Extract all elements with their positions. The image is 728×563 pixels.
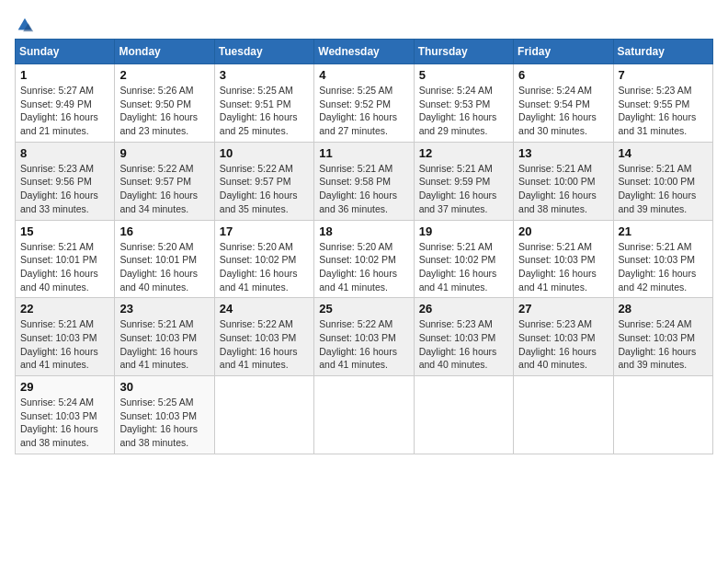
day-header-sunday: Sunday	[16, 40, 115, 64]
day-number: 4	[319, 68, 408, 82]
day-info: Sunrise: 5:25 AMSunset: 9:52 PMDaylight:…	[319, 84, 408, 138]
calendar-cell: 12Sunrise: 5:21 AMSunset: 9:59 PMDayligh…	[414, 142, 513, 220]
day-header-friday: Friday	[514, 40, 613, 64]
calendar-cell: 30Sunrise: 5:25 AMSunset: 10:03 PMDaylig…	[115, 376, 214, 454]
day-header-saturday: Saturday	[613, 40, 712, 64]
calendar-cell: 13Sunrise: 5:21 AMSunset: 10:00 PMDaylig…	[514, 142, 613, 220]
day-info: Sunrise: 5:25 AMSunset: 10:03 PMDaylight…	[119, 396, 209, 450]
calendar-cell	[214, 376, 313, 454]
day-header-thursday: Thursday	[414, 40, 513, 64]
calendar-cell: 16Sunrise: 5:20 AMSunset: 10:01 PMDaylig…	[115, 220, 214, 298]
day-number: 1	[20, 68, 109, 82]
calendar-cell: 22Sunrise: 5:21 AMSunset: 10:03 PMDaylig…	[16, 298, 115, 376]
calendar-cell: 8Sunrise: 5:23 AMSunset: 9:56 PMDaylight…	[16, 142, 115, 220]
calendar-cell: 17Sunrise: 5:20 AMSunset: 10:02 PMDaylig…	[214, 220, 313, 298]
day-number: 10	[220, 146, 309, 160]
day-info: Sunrise: 5:23 AMSunset: 9:56 PMDaylight:…	[20, 162, 109, 216]
day-info: Sunrise: 5:24 AMSunset: 9:54 PMDaylight:…	[518, 84, 608, 138]
day-number: 13	[518, 146, 608, 160]
day-number: 11	[319, 146, 408, 160]
day-number: 21	[619, 224, 708, 238]
day-info: Sunrise: 5:25 AMSunset: 9:51 PMDaylight:…	[220, 84, 309, 138]
day-info: Sunrise: 5:21 AMSunset: 10:03 PMDaylight…	[20, 317, 109, 372]
day-info: Sunrise: 5:21 AMSunset: 10:01 PMDaylight…	[20, 240, 109, 294]
day-number: 23	[119, 302, 209, 316]
day-number: 28	[619, 302, 708, 316]
calendar: SundayMondayTuesdayWednesdayThursdayFrid…	[15, 39, 713, 454]
day-number: 24	[220, 302, 309, 316]
day-number: 6	[518, 68, 608, 82]
day-info: Sunrise: 5:27 AMSunset: 9:49 PMDaylight:…	[20, 84, 109, 138]
day-info: Sunrise: 5:21 AMSunset: 10:03 PMDaylight…	[518, 240, 608, 294]
day-number: 2	[119, 68, 209, 82]
day-info: Sunrise: 5:24 AMSunset: 9:53 PMDaylight:…	[419, 84, 508, 138]
calendar-cell: 3Sunrise: 5:25 AMSunset: 9:51 PMDaylight…	[214, 64, 313, 143]
day-info: Sunrise: 5:21 AMSunset: 10:00 PMDaylight…	[619, 162, 708, 216]
calendar-cell: 25Sunrise: 5:22 AMSunset: 10:03 PMDaylig…	[314, 298, 414, 376]
calendar-cell: 11Sunrise: 5:21 AMSunset: 9:58 PMDayligh…	[314, 142, 414, 220]
day-number: 3	[220, 68, 309, 82]
day-number: 7	[619, 68, 708, 82]
calendar-cell: 2Sunrise: 5:26 AMSunset: 9:50 PMDaylight…	[115, 64, 214, 143]
day-info: Sunrise: 5:21 AMSunset: 9:58 PMDaylight:…	[319, 162, 408, 216]
day-number: 19	[419, 224, 508, 238]
day-info: Sunrise: 5:21 AMSunset: 10:00 PMDaylight…	[518, 162, 608, 216]
day-header-monday: Monday	[115, 40, 214, 64]
calendar-cell: 21Sunrise: 5:21 AMSunset: 10:03 PMDaylig…	[613, 220, 712, 298]
day-info: Sunrise: 5:21 AMSunset: 10:02 PMDaylight…	[419, 240, 508, 294]
calendar-cell: 24Sunrise: 5:22 AMSunset: 10:03 PMDaylig…	[214, 298, 313, 376]
day-number: 27	[518, 302, 608, 316]
day-info: Sunrise: 5:24 AMSunset: 10:03 PMDaylight…	[20, 396, 109, 450]
calendar-cell: 14Sunrise: 5:21 AMSunset: 10:00 PMDaylig…	[613, 142, 712, 220]
day-info: Sunrise: 5:22 AMSunset: 9:57 PMDaylight:…	[220, 162, 309, 216]
calendar-cell: 20Sunrise: 5:21 AMSunset: 10:03 PMDaylig…	[514, 220, 613, 298]
day-info: Sunrise: 5:24 AMSunset: 10:03 PMDaylight…	[619, 317, 708, 372]
day-number: 9	[119, 146, 209, 160]
calendar-cell	[514, 376, 613, 454]
day-number: 16	[119, 224, 209, 238]
day-info: Sunrise: 5:21 AMSunset: 10:03 PMDaylight…	[119, 317, 209, 372]
day-number: 30	[119, 380, 209, 394]
calendar-cell: 28Sunrise: 5:24 AMSunset: 10:03 PMDaylig…	[613, 298, 712, 376]
calendar-cell: 27Sunrise: 5:23 AMSunset: 10:03 PMDaylig…	[514, 298, 613, 376]
day-number: 17	[220, 224, 309, 238]
logo-icon	[15, 15, 35, 35]
day-info: Sunrise: 5:22 AMSunset: 9:57 PMDaylight:…	[119, 162, 209, 216]
day-number: 20	[518, 224, 608, 238]
calendar-cell: 5Sunrise: 5:24 AMSunset: 9:53 PMDaylight…	[414, 64, 513, 143]
calendar-cell: 26Sunrise: 5:23 AMSunset: 10:03 PMDaylig…	[414, 298, 513, 376]
day-info: Sunrise: 5:23 AMSunset: 10:03 PMDaylight…	[419, 317, 508, 372]
calendar-cell: 18Sunrise: 5:20 AMSunset: 10:02 PMDaylig…	[314, 220, 414, 298]
calendar-cell	[314, 376, 414, 454]
day-number: 5	[419, 68, 508, 82]
day-number: 18	[319, 224, 408, 238]
calendar-cell: 6Sunrise: 5:24 AMSunset: 9:54 PMDaylight…	[514, 64, 613, 143]
calendar-cell: 10Sunrise: 5:22 AMSunset: 9:57 PMDayligh…	[214, 142, 313, 220]
calendar-cell: 23Sunrise: 5:21 AMSunset: 10:03 PMDaylig…	[115, 298, 214, 376]
header	[15, 15, 713, 35]
calendar-cell: 9Sunrise: 5:22 AMSunset: 9:57 PMDaylight…	[115, 142, 214, 220]
day-header-tuesday: Tuesday	[214, 40, 313, 64]
day-info: Sunrise: 5:20 AMSunset: 10:02 PMDaylight…	[220, 240, 309, 294]
calendar-cell	[414, 376, 513, 454]
day-number: 14	[619, 146, 708, 160]
day-header-wednesday: Wednesday	[314, 40, 414, 64]
day-info: Sunrise: 5:22 AMSunset: 10:03 PMDaylight…	[220, 317, 309, 372]
calendar-cell: 4Sunrise: 5:25 AMSunset: 9:52 PMDaylight…	[314, 64, 414, 143]
day-info: Sunrise: 5:26 AMSunset: 9:50 PMDaylight:…	[119, 84, 209, 138]
calendar-cell	[613, 376, 712, 454]
day-info: Sunrise: 5:23 AMSunset: 9:55 PMDaylight:…	[619, 84, 708, 138]
day-number: 22	[20, 302, 109, 316]
day-info: Sunrise: 5:23 AMSunset: 10:03 PMDaylight…	[518, 317, 608, 372]
day-info: Sunrise: 5:20 AMSunset: 10:02 PMDaylight…	[319, 240, 408, 294]
day-number: 26	[419, 302, 508, 316]
calendar-cell: 7Sunrise: 5:23 AMSunset: 9:55 PMDaylight…	[613, 64, 712, 143]
day-info: Sunrise: 5:21 AMSunset: 9:59 PMDaylight:…	[419, 162, 508, 216]
calendar-cell: 15Sunrise: 5:21 AMSunset: 10:01 PMDaylig…	[16, 220, 115, 298]
calendar-cell: 19Sunrise: 5:21 AMSunset: 10:02 PMDaylig…	[414, 220, 513, 298]
day-number: 8	[20, 146, 109, 160]
day-number: 15	[20, 224, 109, 238]
calendar-cell: 29Sunrise: 5:24 AMSunset: 10:03 PMDaylig…	[16, 376, 115, 454]
day-number: 12	[419, 146, 508, 160]
day-number: 29	[20, 380, 109, 394]
